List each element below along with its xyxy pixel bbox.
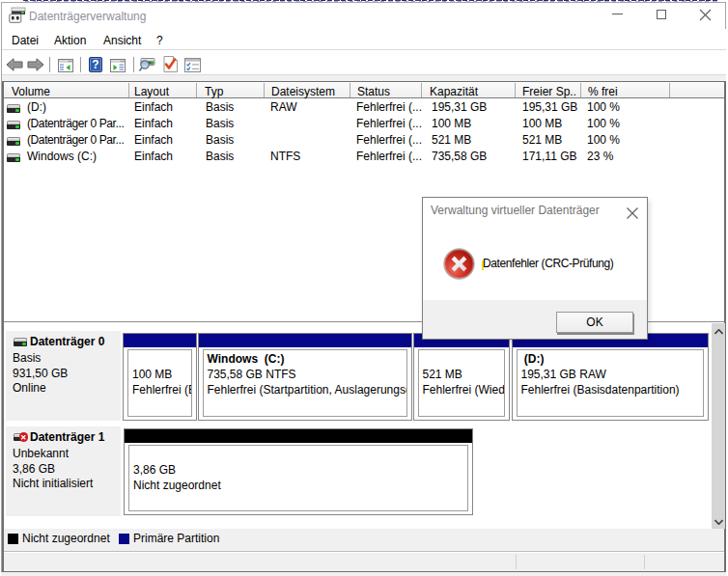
svg-text:?: ? xyxy=(92,58,98,71)
